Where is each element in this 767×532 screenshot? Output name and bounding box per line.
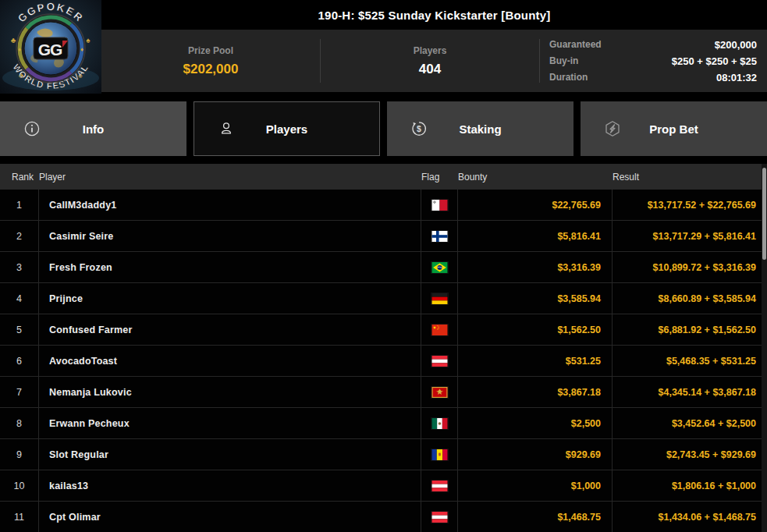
player-name: Confused Farmer (39, 314, 421, 345)
flag-mt-icon (421, 190, 458, 220)
player-name: Slot Regular (39, 439, 421, 470)
table-header: Rank Player Flag Bounty Result (0, 164, 767, 190)
rank-cell: 3 (0, 252, 39, 282)
flag-br-icon (421, 252, 458, 282)
player-name: Erwann Pecheux (39, 408, 421, 438)
guaranteed-label: Guaranteed (549, 39, 602, 50)
buyin-label: Buy-in (549, 55, 578, 66)
staking-icon: $ (410, 119, 428, 138)
table-row[interactable]: 8Erwann Pecheux $2,500$3,452.64 + $2,500 (0, 408, 767, 439)
table-row[interactable]: 2Casimir Seire $5,816.41$13,717.29 + $5,… (0, 221, 767, 252)
table-row[interactable]: 11Cpt Olimar $1,468.75$1,434.06 + $1,468… (0, 502, 767, 532)
svg-text:$: $ (417, 124, 421, 133)
guaranteed-row: Guaranteed $200,000 (549, 37, 757, 53)
flag-de-icon (421, 283, 458, 314)
bounty-value: $1,468.75 (458, 502, 613, 532)
table-row[interactable]: 9Slot Regular $929.69$2,743.45 + $929.69 (0, 439, 767, 470)
table-row[interactable]: 6AvocadoToast $531.25$5,468.35 + $531.25 (0, 346, 767, 377)
header-flag: Flag (421, 172, 458, 183)
buyin-value: $250 + $250 + $25 (672, 55, 757, 67)
player-name: kailas13 (39, 470, 421, 501)
table-row[interactable]: 7Nemanja Lukovic $3,867.18$4,345.14 + $3… (0, 377, 767, 408)
duration-label: Duration (549, 72, 588, 83)
table-row[interactable]: 3Fresh Frozen $3,316.39$10,899.72 + $3,3… (0, 252, 767, 283)
diamond-suit-icon: ♦ (18, 46, 21, 53)
player-name: AvocadoToast (39, 346, 421, 376)
tournament-stats-panel: Prize Pool $202,000 Players 404 Guarante… (101, 30, 767, 92)
tab-prop-bet-label: Prop Bet (649, 122, 698, 136)
bounty-value: $1,562.50 (458, 314, 613, 345)
diamond-suit-icon: ♦ (80, 46, 83, 53)
result-value: $4,345.14 + $3,867.18 (613, 377, 761, 407)
players-count-value: 404 (419, 62, 441, 77)
player-name: Fresh Frozen (39, 252, 421, 282)
scrollbar-track[interactable] (762, 164, 767, 532)
duration-row: Duration 08:01:32 (549, 69, 757, 86)
rank-cell: 10 (0, 470, 39, 501)
bounty-value: $3,585.94 (458, 283, 613, 314)
table-row[interactable]: 4Prijnce $3,585.94$8,660.89 + $3,585.94 (0, 283, 767, 314)
bounty-value: $2,500 (458, 408, 613, 438)
players-icon (217, 119, 236, 138)
table-row[interactable]: 5Confused Farmer $1,562.50$6,881.92 + $1… (0, 314, 767, 346)
tab-players-label: Players (266, 122, 307, 136)
tournament-lobby-window: GG ♣ ♠ ♦ ♦ ♣ ♠ GGPOKER WORLD FESTIVAL 19… (0, 0, 767, 532)
rank-cell: 9 (0, 439, 39, 470)
bounty-value: $929.69 (458, 439, 613, 470)
result-value: $1,806.16 + $1,000 (613, 470, 761, 501)
guaranteed-value: $200,000 (715, 39, 757, 51)
flag-at-icon (421, 502, 458, 532)
flag-cn-icon (421, 314, 458, 345)
prize-pool-block: Prize Pool $202,000 (101, 30, 320, 92)
players-count-label: Players (414, 45, 447, 56)
tab-players[interactable]: Players (194, 101, 380, 156)
prize-pool-value: $202,000 (183, 62, 239, 77)
flag-at-icon (421, 470, 458, 501)
player-name: Casimir Seire (39, 221, 421, 251)
result-value: $3,452.64 + $2,500 (613, 408, 761, 438)
duration-value: 08:01:32 (716, 72, 757, 83)
rank-cell: 11 (0, 502, 39, 532)
rank-cell: 6 (0, 346, 39, 376)
tournament-title: 190-H: $525 Sunday Kickstarter [Bounty] (318, 9, 551, 22)
flag-ad-icon (421, 439, 458, 470)
flag-me-icon (421, 377, 458, 407)
result-value: $6,881.92 + $1,562.50 (613, 314, 761, 345)
result-value: $13,717.52 + $22,765.69 (613, 190, 761, 220)
players-count-block: Players 404 (321, 30, 539, 92)
header-player: Player (39, 172, 421, 183)
bounty-value: $22,765.69 (458, 190, 613, 220)
flag-at-icon (421, 346, 458, 376)
tab-staking[interactable]: $ Staking (387, 101, 573, 156)
logo-gg-monogram: GG (38, 41, 62, 59)
tournament-title-bar: 190-H: $525 Sunday Kickstarter [Bounty] (101, 0, 767, 30)
tab-info[interactable]: Info (0, 101, 186, 156)
header-bounty: Bounty (458, 172, 613, 183)
prop-bet-icon (603, 119, 622, 138)
bounty-value: $531.25 (458, 346, 613, 376)
tab-prop-bet[interactable]: Prop Bet (581, 101, 767, 156)
player-name: Nemanja Lukovic (39, 377, 421, 407)
bounty-value: $3,867.18 (458, 377, 613, 407)
tab-staking-label: Staking (459, 122, 501, 136)
scrollbar-thumb[interactable] (762, 168, 766, 260)
header-result: Result (613, 172, 761, 183)
tab-info-label: Info (83, 122, 105, 136)
ggpoker-world-festival-logo: GG ♣ ♠ ♦ ♦ ♣ ♠ GGPOKER WORLD FESTIVAL (0, 0, 101, 94)
table-row[interactable]: 10kailas13 $1,000$1,806.16 + $1,000 (0, 470, 767, 502)
info-icon (23, 119, 41, 138)
result-value: $13,717.29 + $5,816.41 (613, 221, 761, 251)
header-rank: Rank (0, 172, 39, 183)
table-row[interactable]: 1CallM3daddy1 $22,765.69$13,717.52 + $22… (0, 190, 767, 221)
lobby-tab-bar: Info Players $ Staking (0, 101, 767, 156)
players-table: Rank Player Flag Bounty Result 1CallM3da… (0, 164, 767, 532)
rank-cell: 8 (0, 408, 39, 438)
spade-suit-icon: ♠ (86, 36, 91, 44)
table-body: 1CallM3daddy1 $22,765.69$13,717.52 + $22… (0, 190, 767, 532)
flag-fi-icon (421, 221, 458, 251)
rank-cell: 1 (0, 190, 39, 220)
prize-pool-label: Prize Pool (188, 45, 233, 56)
rank-cell: 2 (0, 221, 39, 251)
header-section: GG ♣ ♠ ♦ ♦ ♣ ♠ GGPOKER WORLD FESTIVAL 19… (0, 0, 767, 94)
result-value: $10,899.72 + $3,316.39 (613, 252, 761, 282)
